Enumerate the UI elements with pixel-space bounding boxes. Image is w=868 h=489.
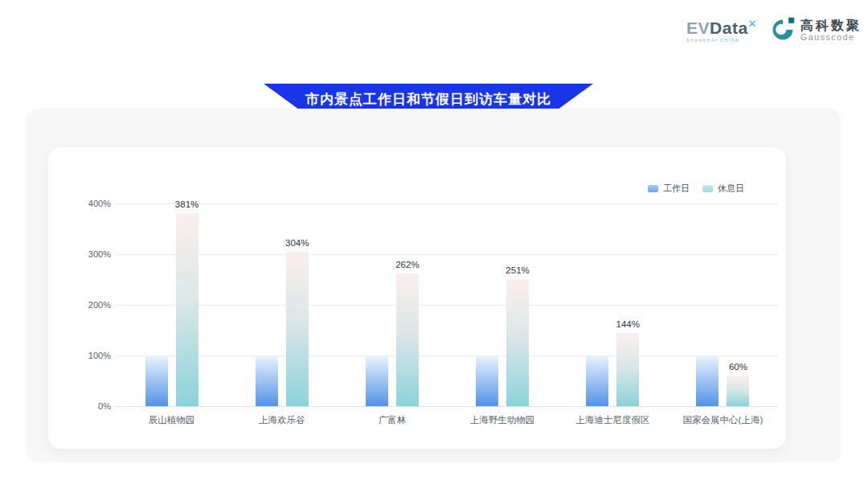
gausscode-logo: 高科数聚 Gausscode: [770, 16, 862, 45]
gridline: [117, 254, 778, 255]
category-label: 国家会展中心(上海): [683, 414, 764, 426]
bar-休息日-4[interactable]: [616, 333, 639, 406]
y-tick-label: 200%: [64, 300, 111, 310]
bar-value-label: 381%: [175, 199, 199, 209]
y-tick-label: 0%: [64, 401, 111, 411]
bar-休息日-3[interactable]: [506, 279, 529, 406]
bar-value-label: 262%: [395, 260, 419, 269]
bar-value-label: 144%: [616, 319, 640, 329]
gausscode-g-icon: [770, 16, 796, 45]
category-label: 上海野生动物园: [470, 414, 535, 426]
gridline: [117, 355, 778, 356]
bar-value-label: 304%: [285, 238, 309, 248]
bar-休息日-0[interactable]: [176, 213, 199, 406]
category-label: 上海欢乐谷: [259, 414, 305, 426]
y-tick-label: 100%: [64, 351, 111, 360]
bar-休息日-1[interactable]: [286, 252, 309, 406]
gridline: [117, 305, 778, 306]
category-label: 广富林: [379, 414, 407, 426]
bar-工作日-2[interactable]: [366, 355, 388, 406]
plot-area: 0%100%200%300%400%381%辰山植物园304%上海欢乐谷262%…: [48, 147, 786, 449]
evdata-logo: EVData✕ SHANGHAI CHINA: [686, 18, 757, 43]
chart-card: 工作日休息日 0%100%200%300%400%381%辰山植物园304%上海…: [48, 147, 786, 449]
bar-value-label: 60%: [729, 362, 747, 372]
evdata-subtext: SHANGHAI CHINA: [686, 39, 757, 43]
bar-工作日-3[interactable]: [476, 355, 498, 406]
y-tick-label: 400%: [64, 199, 111, 208]
evdata-x-icon: ✕: [748, 18, 757, 30]
y-tick-label: 300%: [64, 249, 111, 259]
bar-休息日-5[interactable]: [727, 376, 749, 406]
gridline: [117, 406, 778, 407]
evdata-wordmark: EVData✕: [686, 18, 757, 36]
bar-工作日-4[interactable]: [586, 355, 608, 406]
category-label: 辰山植物园: [149, 414, 195, 426]
bar-工作日-5[interactable]: [696, 355, 719, 406]
category-label: 上海迪士尼度假区: [575, 414, 649, 426]
bar-value-label: 251%: [506, 265, 529, 275]
gridline: [117, 203, 778, 204]
gausscode-text: 高科数聚 Gausscode: [800, 19, 862, 43]
brand-area: EVData✕ SHANGHAI CHINA 高科数聚 Gausscode: [686, 16, 862, 45]
bar-工作日-0[interactable]: [145, 355, 168, 406]
bar-休息日-2[interactable]: [396, 273, 419, 406]
page: { "header": { "evdata_logo": { "text_ev"…: [0, 0, 868, 489]
page-title: 市内景点工作日和节假日到访车量对比: [305, 90, 551, 109]
bar-工作日-1[interactable]: [256, 355, 278, 406]
